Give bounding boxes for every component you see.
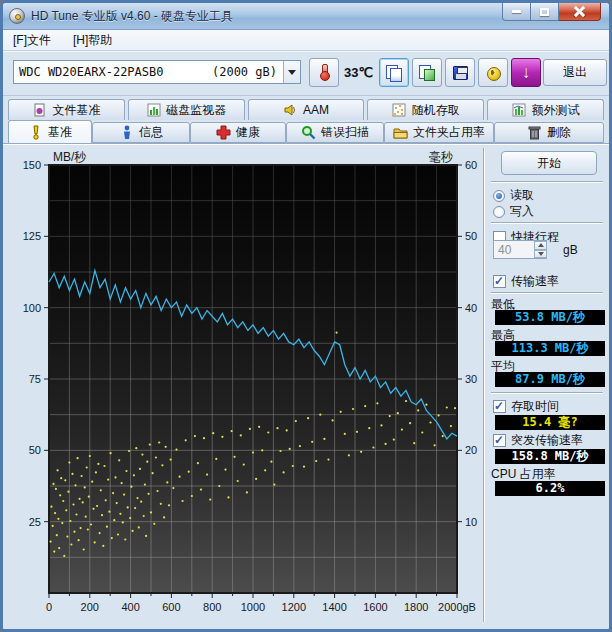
write-radio[interactable] <box>493 206 505 218</box>
hdtune-window: HD Tune 专业版 v4.60 - 硬盘专业工具 [F]文件 [H]帮助 W… <box>0 0 612 632</box>
extra-tests-icon <box>512 103 527 118</box>
app-icon <box>9 8 25 24</box>
drive-model: WDC WD20EARX-22PASB0 <box>14 65 164 79</box>
tab-health[interactable]: 健康 <box>190 122 286 143</box>
menu-bar: [F]文件 [H]帮助 <box>3 30 609 51</box>
svg-text:150: 150 <box>23 159 41 171</box>
tab-benchmark[interactable]: 基准 <box>8 120 92 143</box>
svg-text:2000gB: 2000gB <box>438 601 476 613</box>
titlebar: HD Tune 专业版 v4.60 - 硬盘专业工具 <box>3 3 609 30</box>
start-button[interactable]: 开始 <box>501 151 597 175</box>
tab-error-scan[interactable]: 错误扫描 <box>286 122 384 143</box>
svg-text:MB/秒: MB/秒 <box>53 150 86 164</box>
tab-random-access[interactable]: 随机存取 <box>367 99 484 120</box>
exit-button[interactable]: 退出 <box>543 59 607 86</box>
svg-text:800: 800 <box>203 601 221 613</box>
svg-text:25: 25 <box>29 516 41 528</box>
spin-down-button[interactable] <box>534 250 547 259</box>
tab-delete[interactable]: 删除 <box>494 122 604 143</box>
svg-text:1600: 1600 <box>363 601 387 613</box>
tab-label: AAM <box>303 103 329 117</box>
info-icon <box>119 125 134 140</box>
tab-folder-usage[interactable]: 文件夹占用率 <box>384 122 494 143</box>
tab-extra-tests[interactable]: 额外测试 <box>487 99 604 120</box>
benchmark-content: 1501251007550256050403020100200400600800… <box>3 143 609 632</box>
read-label: 读取 <box>510 187 534 204</box>
short-stroke-size-row: gB <box>493 240 578 259</box>
copy-icon <box>386 65 402 80</box>
tab-info[interactable]: 信息 <box>92 122 190 143</box>
tab-label: 基准 <box>48 124 72 141</box>
window-title: HD Tune 专业版 v4.60 - 硬盘专业工具 <box>31 8 233 25</box>
write-radio-row[interactable]: 写入 <box>493 203 534 220</box>
access-time-value: 15.4 毫? <box>495 415 605 430</box>
temperature-button[interactable] <box>309 58 339 87</box>
menu-help[interactable]: [H]帮助 <box>71 31 114 50</box>
copy-button[interactable] <box>379 58 409 87</box>
spinner <box>534 241 547 258</box>
tab-label: 文件夹占用率 <box>413 124 485 141</box>
burst-rate-checkbox[interactable] <box>493 434 506 447</box>
max-value: 113.3 MB/秒 <box>495 341 605 356</box>
svg-text:1800: 1800 <box>404 601 428 613</box>
tab-label: 错误扫描 <box>321 124 369 141</box>
svg-text:75: 75 <box>29 373 41 385</box>
min-value: 53.8 MB/秒 <box>495 310 605 325</box>
write-label: 写入 <box>510 203 534 220</box>
burst-rate-row[interactable]: 突发传输速率 <box>493 432 583 449</box>
read-radio[interactable] <box>493 190 505 202</box>
tab-aam[interactable]: AAM <box>248 99 365 120</box>
transfer-rate-checkbox[interactable] <box>493 275 506 288</box>
drive-dropdown-arrow[interactable] <box>283 61 300 83</box>
read-radio-row[interactable]: 读取 <box>493 187 534 204</box>
minimize-icon <box>512 10 521 13</box>
file-benchmark-icon <box>32 103 47 118</box>
benchmark-chart: 1501251007550256050403020100200400600800… <box>7 149 481 619</box>
minimize-button[interactable] <box>502 3 531 21</box>
thermometer-icon <box>320 64 328 81</box>
save-icon <box>453 66 468 80</box>
trash-icon <box>527 125 542 140</box>
transfer-rate-label: 传输速率 <box>511 273 559 290</box>
copy-to-file-button[interactable] <box>412 58 442 87</box>
random-access-icon <box>392 103 407 118</box>
secondary-tab-row: 文件基准 磁盘监视器 AAM 随机存取 额外测试 <box>3 96 609 120</box>
separator <box>491 181 603 183</box>
magnifier-icon <box>301 125 316 140</box>
transfer-rate-row[interactable]: 传输速率 <box>493 273 559 290</box>
save-button[interactable] <box>445 58 475 87</box>
tab-label: 随机存取 <box>412 102 460 119</box>
sound-button[interactable] <box>478 58 508 87</box>
avg-value: 87.9 MB/秒 <box>495 372 605 387</box>
svg-text:毫秒: 毫秒 <box>429 150 453 164</box>
spin-up-button[interactable] <box>534 241 547 250</box>
chart-svg: 1501251007550256050403020100200400600800… <box>7 149 481 615</box>
svg-text:400: 400 <box>121 601 139 613</box>
spin-up-icon <box>538 243 544 247</box>
svg-text:50: 50 <box>465 230 477 242</box>
access-time-row[interactable]: 存取时间 <box>493 398 559 415</box>
tab-file-benchmark[interactable]: 文件基准 <box>8 99 125 120</box>
tab-label: 信息 <box>139 124 163 141</box>
svg-text:1400: 1400 <box>322 601 346 613</box>
svg-text:200: 200 <box>81 601 99 613</box>
access-time-checkbox[interactable] <box>493 400 506 413</box>
download-button[interactable]: ↓ <box>511 58 541 87</box>
svg-text:60: 60 <box>465 159 477 171</box>
disk-monitor-icon <box>146 103 161 118</box>
svg-text:1200: 1200 <box>282 601 306 613</box>
separator <box>491 292 603 294</box>
maximize-button[interactable] <box>531 3 559 21</box>
menu-file[interactable]: [F]文件 <box>11 31 53 50</box>
burst-rate-label: 突发传输速率 <box>511 432 583 449</box>
tab-disk-monitor[interactable]: 磁盘监视器 <box>128 99 245 120</box>
access-time-label: 存取时间 <box>511 398 559 415</box>
svg-text:10: 10 <box>465 516 477 528</box>
download-arrow-icon: ↓ <box>522 64 531 81</box>
close-icon <box>574 6 585 17</box>
health-cross-icon <box>216 125 231 140</box>
drive-selector[interactable]: WDC WD20EARX-22PASB0 (2000 gB) <box>13 60 301 84</box>
burst-rate-value: 158.8 MB/秒 <box>495 449 605 464</box>
drive-capacity: (2000 gB) <box>212 65 283 79</box>
close-button[interactable] <box>559 3 601 21</box>
